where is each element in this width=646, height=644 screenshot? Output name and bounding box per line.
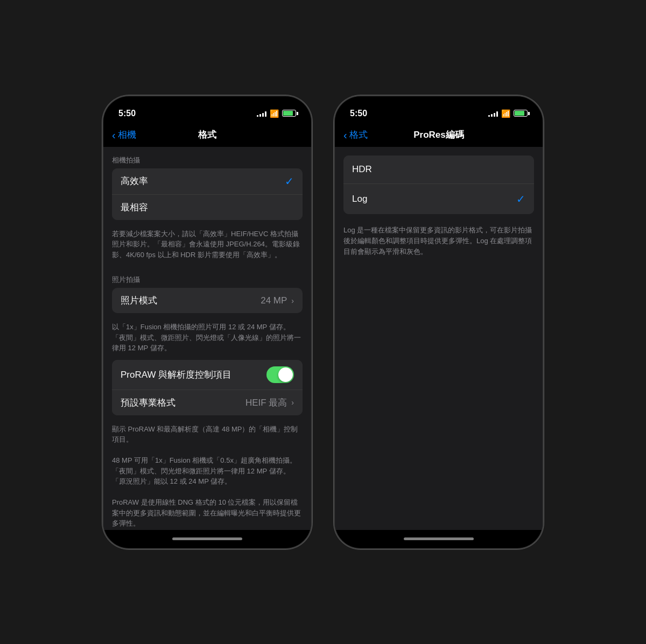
default-format-value: HEIF 最高 xyxy=(245,397,287,409)
time-2: 5:50 xyxy=(350,109,367,118)
back-arrow-icon-2: ‹ xyxy=(343,130,347,140)
list-item-most-compatible[interactable]: 最相容 xyxy=(112,195,303,220)
nav-bar-1: ‹ 相機 格式 xyxy=(103,123,311,147)
prores-codec-group: HDR Log ✓ xyxy=(343,155,534,214)
list-item-default-format[interactable]: 預設專業格式 HEIF 最高 › xyxy=(112,390,303,415)
home-bar-1 xyxy=(172,537,242,540)
back-button-1[interactable]: ‹ 相機 xyxy=(112,129,136,141)
list-item-photo-mode[interactable]: 照片模式 24 MP › xyxy=(112,288,303,313)
content-2: HDR Log ✓ Log 是一種在檔案中保留更多資訊的影片格式，可在影片拍攝後… xyxy=(335,147,543,530)
most-compatible-label: 最相容 xyxy=(121,201,148,214)
log-checkmark-icon: ✓ xyxy=(516,193,525,206)
camera-capture-group: 高效率 ✓ 最相容 xyxy=(112,168,303,220)
log-description: Log 是一種在檔案中保留更多資訊的影片格式，可在影片拍攝後於編輯顏色和調整項目… xyxy=(335,218,543,264)
proraw-desc: 顯示 ProRAW 和最高解析度（高達 48 MP）的「相機」控制項目。48 M… xyxy=(103,420,311,530)
wifi-icon: 📶 xyxy=(270,109,279,118)
phone-2: 5:50 📶 ‹ 格式 ProRes編碼 xyxy=(334,95,544,549)
option-hdr[interactable]: HDR xyxy=(343,155,534,184)
back-button-2[interactable]: ‹ 格式 xyxy=(343,129,368,141)
default-format-label: 預設專業格式 xyxy=(121,397,175,409)
list-item-proraw[interactable]: ProRAW 與解析度控制項目 xyxy=(112,360,303,390)
proraw-label: ProRAW 與解析度控制項目 xyxy=(121,369,231,381)
chevron-icon-format: › xyxy=(291,398,294,407)
battery-icon xyxy=(282,110,296,117)
camera-capture-desc: 若要減少檔案案大小，請以「高效率」HEIF/HEVC 格式拍攝照片和影片。「最相… xyxy=(103,224,311,267)
signal-icon xyxy=(257,110,266,117)
chevron-icon-photo: › xyxy=(291,296,294,305)
wifi-icon-2: 📶 xyxy=(501,109,510,118)
signal-icon-2 xyxy=(488,110,498,117)
section-label-camera: 相機拍攝 xyxy=(103,147,311,168)
status-icons-1: 📶 xyxy=(257,109,296,118)
log-label: Log xyxy=(352,194,367,204)
home-indicator-2 xyxy=(335,530,543,548)
home-bar-2 xyxy=(404,537,474,540)
photo-mode-desc: 以「1x」Fusion 相機拍攝的照片可用 12 或 24 MP 儲存。「夜間」… xyxy=(103,317,311,360)
photo-mode-value: 24 MP xyxy=(261,295,287,306)
phone-1: 5:50 📶 ‹ 相機 格式 xyxy=(102,95,312,549)
photo-capture-group: 照片模式 24 MP › xyxy=(112,288,303,313)
option-log[interactable]: Log ✓ xyxy=(343,184,534,214)
section-label-photo: 照片拍攝 xyxy=(103,266,311,288)
content-1: 相機拍攝 高效率 ✓ 最相容 若要減少檔案案大小，請以「高效率」HEIF/HEV… xyxy=(103,147,311,530)
nav-bar-2: ‹ 格式 ProRes編碼 xyxy=(335,123,543,147)
back-label-1: 相機 xyxy=(118,129,136,141)
photo-mode-label: 照片模式 xyxy=(121,294,157,307)
status-bar-2: 5:50 📶 xyxy=(335,96,543,123)
checkmark-icon: ✓ xyxy=(285,175,294,188)
photo-mode-right: 24 MP › xyxy=(261,295,294,306)
hdr-label: HDR xyxy=(352,164,372,175)
page-title-1: 格式 xyxy=(198,129,216,141)
home-indicator-1 xyxy=(103,530,311,548)
page-title-2: ProRes編碼 xyxy=(413,129,464,141)
back-arrow-icon: ‹ xyxy=(112,130,116,140)
default-format-right: HEIF 最高 › xyxy=(245,397,294,409)
list-item-high-efficiency[interactable]: 高效率 ✓ xyxy=(112,168,303,195)
time-1: 5:50 xyxy=(118,109,136,118)
back-label-2: 格式 xyxy=(349,129,368,141)
status-bar-1: 5:50 📶 xyxy=(103,96,311,123)
proraw-toggle[interactable] xyxy=(266,366,294,383)
high-efficiency-label: 高效率 xyxy=(121,175,148,187)
battery-icon-2 xyxy=(514,110,528,117)
proraw-group: ProRAW 與解析度控制項目 預設專業格式 HEIF 最高 › xyxy=(112,360,303,415)
status-icons-2: 📶 xyxy=(488,109,528,118)
